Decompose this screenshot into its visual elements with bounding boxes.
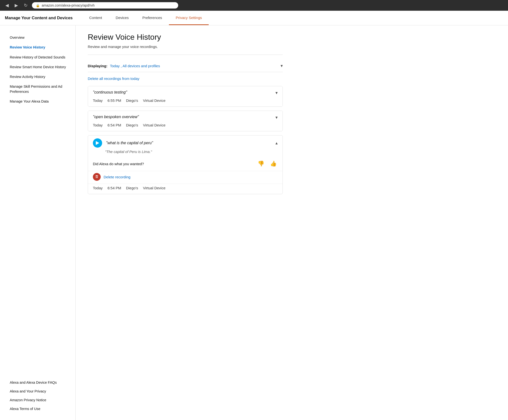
- svg-rect-4: [95, 176, 98, 176]
- sidebar-item-review-activity[interactable]: Review Activity History: [10, 72, 70, 82]
- sidebar-item-manage-alexa-data[interactable]: Manage Your Alexa Data: [10, 96, 70, 106]
- recording-owner-3: Diego's: [126, 186, 138, 190]
- recording-query-2: "open bespoken overview": [93, 115, 139, 119]
- displaying-value: Today , All devices and profiles: [110, 64, 160, 68]
- feedback-label-3: Did Alexa do what you wanted?: [93, 162, 144, 166]
- displaying-text: Displaying: Today , All devices and prof…: [88, 64, 160, 68]
- recording-header-2[interactable]: "open bespoken overview" ▾: [88, 111, 283, 123]
- top-nav: Manage Your Content and Devices Content …: [0, 11, 508, 25]
- displaying-label: Displaying:: [88, 64, 107, 68]
- sidebar-nav: Overview Review Voice History Review His…: [10, 33, 70, 106]
- browser-chrome: ◀ ▶ ↻ 🔒 amazon.com/alexa-privacy/apd/rvh: [0, 0, 508, 11]
- url-text: amazon.com/alexa-privacy/apd/rvh: [42, 3, 95, 7]
- tab-preferences[interactable]: Preferences: [136, 11, 169, 25]
- sidebar: Overview Review Voice History Review His…: [0, 25, 76, 420]
- recording-play-row-3: "what is the capital of peru" ▴: [88, 135, 283, 150]
- displaying-chevron-down-icon: ▾: [281, 63, 283, 68]
- content-area: Review Voice History Review and manage y…: [76, 25, 295, 420]
- main-layout: Overview Review Voice History Review His…: [0, 25, 508, 420]
- recording-meta-2: Today 6:54 PM Diego's Virtual Device: [88, 123, 283, 131]
- recording-chevron-up-icon-3: ▴: [275, 140, 278, 146]
- thumbs-down-button-3[interactable]: 👎: [257, 160, 265, 168]
- recording-owner-1: Diego's: [126, 98, 138, 103]
- sidebar-item-review-voice[interactable]: Review Voice History: [10, 42, 70, 52]
- recording-device-2: Virtual Device: [143, 123, 165, 127]
- delete-recording-row-3: Delete recording: [88, 171, 283, 184]
- svg-rect-2: [97, 176, 97, 178]
- address-bar[interactable]: 🔒 amazon.com/alexa-privacy/apd/rvh: [32, 2, 178, 9]
- recording-time-1: 6:55 PM: [107, 98, 121, 103]
- displaying-bar[interactable]: Displaying: Today , All devices and prof…: [88, 60, 283, 72]
- recording-header-1[interactable]: "continuous testing" ▾: [88, 86, 283, 98]
- feedback-row-3: Did Alexa do what you wanted? 👎 👍: [88, 158, 283, 171]
- recording-query-3: "what is the capital of peru": [106, 141, 153, 145]
- recording-card-2: "open bespoken overview" ▾ Today 6:54 PM…: [88, 111, 283, 131]
- svg-rect-1: [96, 176, 96, 178]
- svg-rect-3: [98, 176, 98, 178]
- recording-date-3: Today: [93, 186, 103, 190]
- site-title: Manage Your Content and Devices: [5, 16, 73, 20]
- tab-privacy[interactable]: Privacy Settings: [169, 11, 209, 25]
- forward-button[interactable]: ▶: [13, 2, 20, 9]
- delete-icon-3: [93, 173, 101, 181]
- recording-device-1: Virtual Device: [143, 98, 165, 103]
- recording-date-2: Today: [93, 123, 103, 127]
- recording-date-1: Today: [93, 98, 103, 103]
- sidebar-item-review-smart-home[interactable]: Review Smart Home Device History: [10, 62, 70, 72]
- sidebar-item-overview[interactable]: Overview: [10, 33, 70, 42]
- refresh-button[interactable]: ↻: [22, 2, 29, 9]
- sidebar-footer-terms[interactable]: Alexa Terms of Use: [10, 405, 70, 413]
- svg-rect-5: [96, 175, 98, 176]
- tab-content[interactable]: Content: [82, 11, 109, 25]
- sidebar-footer-faq[interactable]: Alexa and Alexa Device FAQs: [10, 379, 70, 386]
- play-button-3[interactable]: [93, 138, 102, 148]
- recording-chevron-down-icon-1: ▾: [275, 90, 278, 95]
- svg-marker-0: [96, 141, 99, 145]
- recording-device-3: Virtual Device: [143, 186, 165, 190]
- recording-query-1: "continuous testing": [93, 90, 127, 95]
- sidebar-footer-amazon-privacy[interactable]: Amazon Privacy Notice: [10, 396, 70, 404]
- divider: [88, 55, 283, 55]
- back-button[interactable]: ◀: [4, 2, 10, 9]
- recording-response-3: "The capital of Peru is Lima.": [88, 150, 283, 154]
- tab-devices[interactable]: Devices: [109, 11, 136, 25]
- nav-tabs: Content Devices Preferences Privacy Sett…: [82, 11, 209, 25]
- recording-owner-2: Diego's: [126, 123, 138, 127]
- delete-recording-label-3[interactable]: Delete recording: [104, 175, 130, 179]
- sidebar-footer-your-privacy[interactable]: Alexa and Your Privacy: [10, 387, 70, 395]
- recording-meta-3: Today 6:54 PM Diego's Virtual Device: [88, 184, 283, 194]
- sidebar-item-manage-skill[interactable]: Manage Skill Permissions and Ad Preferen…: [10, 82, 70, 96]
- page-subtitle: Review and manage your voice recordings.: [88, 45, 283, 49]
- thumbs-up-button-3[interactable]: 👍: [269, 160, 278, 168]
- sidebar-footer: Alexa and Alexa Device FAQs Alexa and Yo…: [10, 379, 70, 413]
- recording-time-3: 6:54 PM: [107, 186, 121, 190]
- delete-all-link[interactable]: Delete all recordings from today: [88, 76, 139, 81]
- feedback-buttons-3: 👎 👍: [257, 160, 278, 168]
- recording-card-1: "continuous testing" ▾ Today 6:55 PM Die…: [88, 86, 283, 107]
- sidebar-item-review-sounds[interactable]: Review History of Detected Sounds: [10, 52, 70, 62]
- page-title: Review Voice History: [88, 33, 283, 42]
- recording-chevron-down-icon-2: ▾: [275, 115, 278, 120]
- recording-meta-1: Today 6:55 PM Diego's Virtual Device: [88, 98, 283, 106]
- recording-card-3: "what is the capital of peru" ▴ "The cap…: [88, 135, 283, 194]
- recording-time-2: 6:54 PM: [107, 123, 121, 127]
- lock-icon: 🔒: [36, 4, 40, 7]
